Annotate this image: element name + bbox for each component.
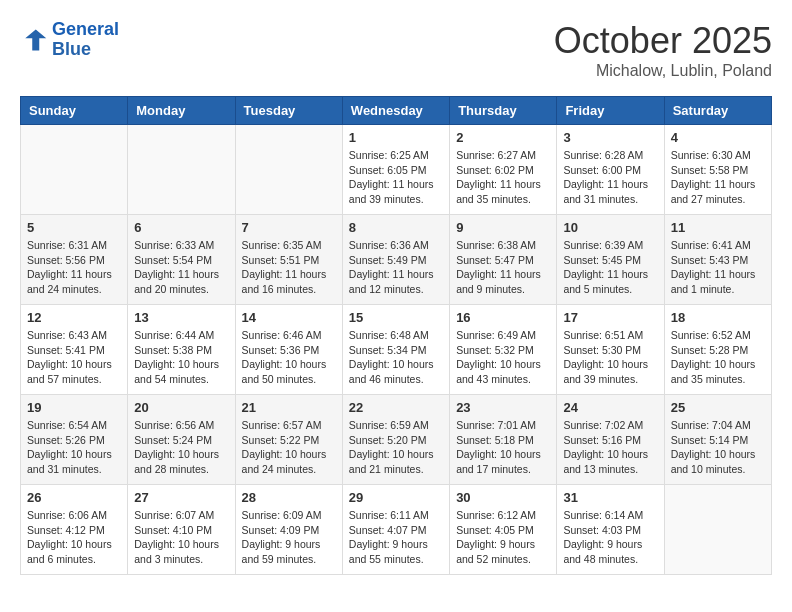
- day-number: 11: [671, 220, 765, 235]
- calendar-cell: 7Sunrise: 6:35 AM Sunset: 5:51 PM Daylig…: [235, 215, 342, 305]
- day-number: 25: [671, 400, 765, 415]
- weekday-header-thursday: Thursday: [450, 97, 557, 125]
- calendar-week-row: 5Sunrise: 6:31 AM Sunset: 5:56 PM Daylig…: [21, 215, 772, 305]
- logo-text: General Blue: [52, 20, 119, 60]
- cell-content: Sunrise: 6:36 AM Sunset: 5:49 PM Dayligh…: [349, 238, 443, 297]
- calendar-cell: 17Sunrise: 6:51 AM Sunset: 5:30 PM Dayli…: [557, 305, 664, 395]
- weekday-header-wednesday: Wednesday: [342, 97, 449, 125]
- cell-content: Sunrise: 6:33 AM Sunset: 5:54 PM Dayligh…: [134, 238, 228, 297]
- calendar-cell: 5Sunrise: 6:31 AM Sunset: 5:56 PM Daylig…: [21, 215, 128, 305]
- month-title: October 2025: [554, 20, 772, 62]
- cell-content: Sunrise: 6:28 AM Sunset: 6:00 PM Dayligh…: [563, 148, 657, 207]
- calendar-cell: 1Sunrise: 6:25 AM Sunset: 6:05 PM Daylig…: [342, 125, 449, 215]
- cell-content: Sunrise: 6:56 AM Sunset: 5:24 PM Dayligh…: [134, 418, 228, 477]
- day-number: 14: [242, 310, 336, 325]
- day-number: 19: [27, 400, 121, 415]
- cell-content: Sunrise: 6:59 AM Sunset: 5:20 PM Dayligh…: [349, 418, 443, 477]
- cell-content: Sunrise: 6:35 AM Sunset: 5:51 PM Dayligh…: [242, 238, 336, 297]
- cell-content: Sunrise: 6:14 AM Sunset: 4:03 PM Dayligh…: [563, 508, 657, 567]
- cell-content: Sunrise: 6:43 AM Sunset: 5:41 PM Dayligh…: [27, 328, 121, 387]
- calendar-cell: 6Sunrise: 6:33 AM Sunset: 5:54 PM Daylig…: [128, 215, 235, 305]
- day-number: 3: [563, 130, 657, 145]
- day-number: 30: [456, 490, 550, 505]
- weekday-header-friday: Friday: [557, 97, 664, 125]
- day-number: 26: [27, 490, 121, 505]
- day-number: 2: [456, 130, 550, 145]
- cell-content: Sunrise: 7:02 AM Sunset: 5:16 PM Dayligh…: [563, 418, 657, 477]
- cell-content: Sunrise: 6:39 AM Sunset: 5:45 PM Dayligh…: [563, 238, 657, 297]
- cell-content: Sunrise: 6:38 AM Sunset: 5:47 PM Dayligh…: [456, 238, 550, 297]
- calendar-cell: 25Sunrise: 7:04 AM Sunset: 5:14 PM Dayli…: [664, 395, 771, 485]
- calendar-cell: 28Sunrise: 6:09 AM Sunset: 4:09 PM Dayli…: [235, 485, 342, 575]
- cell-content: Sunrise: 7:04 AM Sunset: 5:14 PM Dayligh…: [671, 418, 765, 477]
- day-number: 10: [563, 220, 657, 235]
- day-number: 20: [134, 400, 228, 415]
- day-number: 12: [27, 310, 121, 325]
- day-number: 23: [456, 400, 550, 415]
- cell-content: Sunrise: 6:09 AM Sunset: 4:09 PM Dayligh…: [242, 508, 336, 567]
- logo-icon: [20, 26, 48, 54]
- day-number: 17: [563, 310, 657, 325]
- calendar-cell: 2Sunrise: 6:27 AM Sunset: 6:02 PM Daylig…: [450, 125, 557, 215]
- weekday-header-monday: Monday: [128, 97, 235, 125]
- day-number: 27: [134, 490, 228, 505]
- cell-content: Sunrise: 6:07 AM Sunset: 4:10 PM Dayligh…: [134, 508, 228, 567]
- calendar-cell: 11Sunrise: 6:41 AM Sunset: 5:43 PM Dayli…: [664, 215, 771, 305]
- cell-content: Sunrise: 6:30 AM Sunset: 5:58 PM Dayligh…: [671, 148, 765, 207]
- day-number: 6: [134, 220, 228, 235]
- calendar-cell: [21, 125, 128, 215]
- cell-content: Sunrise: 6:46 AM Sunset: 5:36 PM Dayligh…: [242, 328, 336, 387]
- calendar-cell: 27Sunrise: 6:07 AM Sunset: 4:10 PM Dayli…: [128, 485, 235, 575]
- cell-content: Sunrise: 6:48 AM Sunset: 5:34 PM Dayligh…: [349, 328, 443, 387]
- calendar-week-row: 1Sunrise: 6:25 AM Sunset: 6:05 PM Daylig…: [21, 125, 772, 215]
- location-subtitle: Michalow, Lublin, Poland: [554, 62, 772, 80]
- day-number: 4: [671, 130, 765, 145]
- calendar-cell: 12Sunrise: 6:43 AM Sunset: 5:41 PM Dayli…: [21, 305, 128, 395]
- cell-content: Sunrise: 6:52 AM Sunset: 5:28 PM Dayligh…: [671, 328, 765, 387]
- day-number: 29: [349, 490, 443, 505]
- logo-line2: Blue: [52, 39, 91, 59]
- weekday-header-saturday: Saturday: [664, 97, 771, 125]
- calendar-cell: [664, 485, 771, 575]
- calendar-cell: 24Sunrise: 7:02 AM Sunset: 5:16 PM Dayli…: [557, 395, 664, 485]
- cell-content: Sunrise: 6:12 AM Sunset: 4:05 PM Dayligh…: [456, 508, 550, 567]
- calendar-cell: 22Sunrise: 6:59 AM Sunset: 5:20 PM Dayli…: [342, 395, 449, 485]
- day-number: 13: [134, 310, 228, 325]
- weekday-header-tuesday: Tuesday: [235, 97, 342, 125]
- calendar-table: SundayMondayTuesdayWednesdayThursdayFrid…: [20, 96, 772, 575]
- calendar-cell: 18Sunrise: 6:52 AM Sunset: 5:28 PM Dayli…: [664, 305, 771, 395]
- calendar-cell: 23Sunrise: 7:01 AM Sunset: 5:18 PM Dayli…: [450, 395, 557, 485]
- cell-content: Sunrise: 6:31 AM Sunset: 5:56 PM Dayligh…: [27, 238, 121, 297]
- logo: General Blue: [20, 20, 119, 60]
- day-number: 8: [349, 220, 443, 235]
- day-number: 5: [27, 220, 121, 235]
- calendar-cell: 4Sunrise: 6:30 AM Sunset: 5:58 PM Daylig…: [664, 125, 771, 215]
- calendar-cell: 13Sunrise: 6:44 AM Sunset: 5:38 PM Dayli…: [128, 305, 235, 395]
- cell-content: Sunrise: 6:27 AM Sunset: 6:02 PM Dayligh…: [456, 148, 550, 207]
- page-header: General Blue October 2025 Michalow, Lubl…: [20, 20, 772, 80]
- calendar-cell: 20Sunrise: 6:56 AM Sunset: 5:24 PM Dayli…: [128, 395, 235, 485]
- calendar-cell: 26Sunrise: 6:06 AM Sunset: 4:12 PM Dayli…: [21, 485, 128, 575]
- logo-line1: General: [52, 19, 119, 39]
- calendar-cell: 19Sunrise: 6:54 AM Sunset: 5:26 PM Dayli…: [21, 395, 128, 485]
- day-number: 28: [242, 490, 336, 505]
- calendar-cell: 16Sunrise: 6:49 AM Sunset: 5:32 PM Dayli…: [450, 305, 557, 395]
- day-number: 9: [456, 220, 550, 235]
- calendar-cell: [235, 125, 342, 215]
- cell-content: Sunrise: 6:49 AM Sunset: 5:32 PM Dayligh…: [456, 328, 550, 387]
- calendar-cell: 3Sunrise: 6:28 AM Sunset: 6:00 PM Daylig…: [557, 125, 664, 215]
- calendar-week-row: 19Sunrise: 6:54 AM Sunset: 5:26 PM Dayli…: [21, 395, 772, 485]
- cell-content: Sunrise: 6:44 AM Sunset: 5:38 PM Dayligh…: [134, 328, 228, 387]
- calendar-week-row: 26Sunrise: 6:06 AM Sunset: 4:12 PM Dayli…: [21, 485, 772, 575]
- day-number: 16: [456, 310, 550, 325]
- calendar-cell: 9Sunrise: 6:38 AM Sunset: 5:47 PM Daylig…: [450, 215, 557, 305]
- day-number: 31: [563, 490, 657, 505]
- calendar-week-row: 12Sunrise: 6:43 AM Sunset: 5:41 PM Dayli…: [21, 305, 772, 395]
- calendar-cell: 21Sunrise: 6:57 AM Sunset: 5:22 PM Dayli…: [235, 395, 342, 485]
- cell-content: Sunrise: 6:57 AM Sunset: 5:22 PM Dayligh…: [242, 418, 336, 477]
- calendar-cell: 14Sunrise: 6:46 AM Sunset: 5:36 PM Dayli…: [235, 305, 342, 395]
- cell-content: Sunrise: 6:41 AM Sunset: 5:43 PM Dayligh…: [671, 238, 765, 297]
- calendar-cell: 8Sunrise: 6:36 AM Sunset: 5:49 PM Daylig…: [342, 215, 449, 305]
- cell-content: Sunrise: 7:01 AM Sunset: 5:18 PM Dayligh…: [456, 418, 550, 477]
- cell-content: Sunrise: 6:11 AM Sunset: 4:07 PM Dayligh…: [349, 508, 443, 567]
